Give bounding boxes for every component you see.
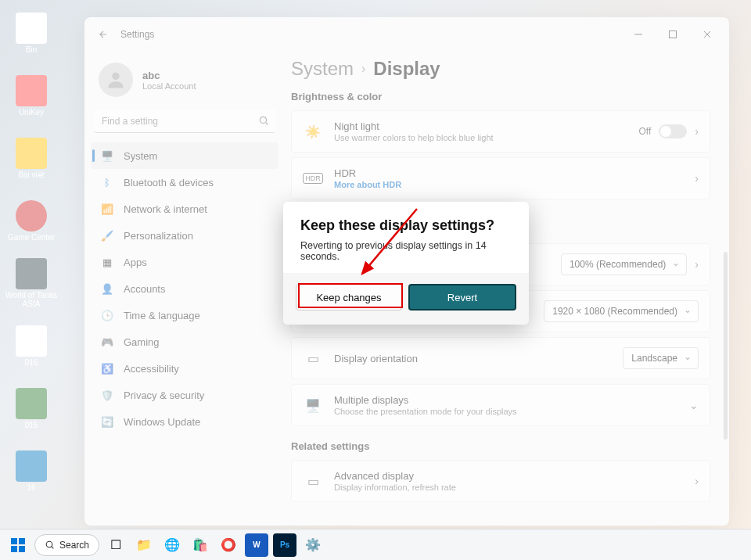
user-name: abc (142, 70, 196, 81)
desktop-icons: Bin UniKey Bài viết Game Center World of… (0, 0, 67, 532)
user-account-type: Local Account (142, 81, 196, 91)
avatar-icon (99, 63, 133, 97)
card-orientation[interactable]: ▭ Display orientation Landscape (291, 337, 710, 379)
start-button[interactable] (6, 533, 30, 557)
svg-rect-7 (11, 546, 17, 552)
nav-list: 🖥️System ᛒBluetooth & devices 📶Network &… (91, 142, 278, 435)
bluetooth-icon: ᛒ (100, 175, 114, 189)
resolution-select[interactable]: 1920 × 1080 (Recommended) (544, 300, 699, 322)
svg-rect-1 (670, 31, 677, 38)
nav-item-accounts[interactable]: 👤Accounts (91, 275, 278, 302)
maximize-button[interactable] (656, 22, 690, 47)
chevron-right-icon: › (695, 475, 699, 487)
orientation-select[interactable]: Landscape (623, 347, 699, 369)
revert-button[interactable]: Revert (408, 284, 516, 311)
nav-item-update[interactable]: 🔄Windows Update (91, 408, 278, 435)
desktop-icon[interactable]: 016 (3, 316, 59, 375)
desktop-icon[interactable]: Bin (3, 3, 59, 63)
desktop-icon[interactable]: Game Center (3, 191, 59, 250)
keep-settings-dialog: Keep these display settings? Reverting t… (283, 202, 529, 325)
clock-icon: 🕒 (100, 308, 114, 322)
breadcrumb-parent[interactable]: System (291, 58, 354, 80)
chevron-right-icon: › (695, 125, 699, 138)
desktop-icon[interactable]: Bài viết (3, 128, 59, 188)
gamepad-icon: 🎮 (100, 335, 114, 349)
svg-point-3 (260, 117, 266, 123)
dialog-title: Keep these display settings? (300, 217, 512, 234)
word-icon[interactable]: W (245, 533, 268, 557)
minimize-button[interactable] (621, 22, 656, 47)
svg-rect-5 (11, 538, 17, 544)
card-hdr[interactable]: HDR HDR More about HDR › (291, 157, 710, 199)
keep-changes-button[interactable]: Keep changes (296, 284, 402, 311)
person-icon: 👤 (100, 282, 114, 296)
orientation-icon: ▭ (303, 351, 323, 366)
hdr-more-link[interactable]: More about HDR (334, 180, 684, 189)
chevron-right-icon: › (695, 172, 699, 185)
close-button[interactable] (690, 22, 724, 47)
task-view-button[interactable]: ☐ (104, 533, 128, 557)
group-heading: Related settings (291, 440, 710, 452)
toggle-state: Off (639, 126, 652, 137)
update-icon: 🔄 (100, 415, 114, 429)
nav-item-apps[interactable]: ▦Apps (91, 249, 278, 275)
sidebar: abc Local Account 🖥️System ᛒBluetooth & … (84, 52, 285, 526)
svg-rect-6 (19, 538, 25, 544)
nav-item-bluetooth[interactable]: ᛒBluetooth & devices (91, 169, 278, 196)
search-input[interactable] (94, 109, 275, 133)
card-advanced-display[interactable]: ▭ Advanced display Display information, … (291, 460, 710, 502)
nav-item-personalization[interactable]: 🖌️Personalization (91, 222, 278, 249)
taskbar-search[interactable]: Search (34, 534, 99, 556)
svg-rect-8 (19, 546, 25, 552)
sun-icon: ☀️ (303, 124, 323, 139)
back-button[interactable] (89, 20, 117, 48)
hdr-icon: HDR (303, 173, 323, 184)
nav-item-accessibility[interactable]: ♿Accessibility (91, 355, 278, 382)
desktop-icon[interactable]: 16 (3, 441, 59, 501)
breadcrumb: System › Display (291, 58, 710, 80)
svg-point-2 (112, 73, 119, 80)
nav-item-time[interactable]: 🕒Time & language (91, 302, 278, 328)
chrome-icon[interactable]: ⭕ (217, 533, 240, 557)
brush-icon: 🖌️ (100, 228, 114, 242)
nav-item-network[interactable]: 📶Network & internet (91, 196, 278, 222)
chevron-down-icon: ⌄ (689, 399, 699, 411)
apps-icon: ▦ (100, 255, 114, 269)
search-field[interactable] (94, 109, 275, 133)
titlebar: Settings (84, 17, 729, 52)
dialog-body: Reverting to previous display settings i… (300, 240, 512, 262)
wifi-icon: 📶 (100, 202, 114, 216)
accessibility-icon: ♿ (100, 361, 114, 375)
scale-select[interactable]: 100% (Recommended) (561, 253, 687, 275)
edge-icon[interactable]: 🌐 (160, 533, 184, 557)
night-light-toggle[interactable] (659, 124, 687, 138)
displays-icon: 🖥️ (303, 398, 323, 413)
shield-icon: 🛡️ (100, 388, 114, 402)
chevron-right-icon: › (361, 62, 365, 76)
svg-point-9 (46, 541, 52, 547)
nav-item-gaming[interactable]: 🎮Gaming (91, 328, 278, 355)
settings-icon[interactable]: ⚙️ (301, 533, 325, 557)
explorer-icon[interactable]: 📁 (132, 533, 156, 557)
group-heading: Brightness & color (291, 91, 710, 102)
card-multiple-displays[interactable]: 🖥️ Multiple displays Choose the presenta… (291, 384, 710, 426)
profile[interactable]: abc Local Account (91, 58, 278, 108)
card-night-light[interactable]: ☀️ Night light Use warmer colors to help… (291, 110, 710, 153)
monitor-icon: ▭ (303, 474, 323, 489)
page-title: Display (373, 58, 440, 80)
desktop-icon[interactable]: World of Tanks ASIA (3, 253, 59, 313)
chevron-right-icon: › (695, 258, 699, 271)
scrollbar[interactable] (724, 252, 728, 440)
store-icon[interactable]: 🛍️ (189, 533, 212, 557)
nav-item-privacy[interactable]: 🛡️Privacy & security (91, 382, 278, 408)
search-icon (258, 115, 269, 129)
photoshop-icon[interactable]: Ps (273, 533, 296, 557)
desktop-icon[interactable]: UniKey (3, 66, 59, 125)
taskbar: Search ☐ 📁 🌐 🛍️ ⭕ W Ps ⚙️ (0, 529, 751, 560)
display-icon: 🖥️ (100, 149, 114, 163)
desktop-icon[interactable]: 016 (3, 379, 59, 438)
nav-item-system[interactable]: 🖥️System (91, 142, 278, 169)
window-title: Settings (120, 29, 154, 40)
